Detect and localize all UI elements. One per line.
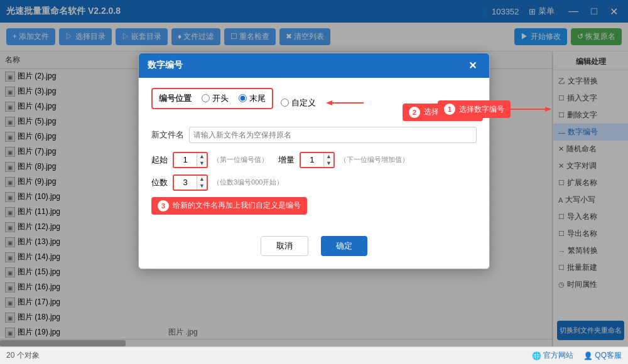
new-filename-row: 新文件名 bbox=[151, 127, 477, 143]
position-radio-group: 编号位置 开头 末尾 bbox=[151, 88, 273, 109]
radio-custom-label: 自定义 bbox=[291, 97, 316, 109]
new-filename-input[interactable] bbox=[189, 127, 477, 143]
start-arrows: ▲ ▼ bbox=[197, 153, 207, 167]
tooltip-1-text: 选择数字编号 bbox=[459, 104, 504, 115]
position-label: 编号位置 bbox=[159, 93, 192, 104]
digits-label: 位数 bbox=[151, 177, 168, 188]
confirm-button[interactable]: 确定 bbox=[321, 236, 367, 256]
number-code-dialog: 数字编号 ✕ 编号位置 开头 末尾 bbox=[138, 53, 490, 269]
radio-custom-input[interactable] bbox=[281, 99, 289, 107]
qq-icon: 👤 bbox=[583, 351, 593, 360]
status-count: 20 个对象 bbox=[6, 350, 40, 361]
custom-arrow-indicator bbox=[326, 99, 364, 107]
dialog-body: 编号位置 开头 末尾 自定义 bbox=[139, 78, 489, 230]
svg-marker-3 bbox=[326, 100, 332, 105]
radio-head-label: 开头 bbox=[212, 93, 229, 104]
number-inputs-row: 起始 ▲ ▼ （第一位编号值） 增量 ▲ ▼ （下一 bbox=[151, 152, 477, 168]
dialog-footer: 取消 确定 bbox=[139, 230, 489, 269]
website-label: 官方网站 bbox=[543, 350, 573, 361]
website-link[interactable]: 🌐 官方网站 bbox=[532, 350, 573, 361]
tooltip-1-arrow bbox=[511, 105, 551, 114]
start-down-arrow[interactable]: ▼ bbox=[197, 160, 207, 167]
tooltip-2-num: 2 bbox=[409, 107, 420, 118]
increment-label: 增量 bbox=[278, 154, 295, 166]
start-hint: （第一位编号值） bbox=[213, 155, 268, 164]
qq-label: QQ客服 bbox=[595, 350, 622, 361]
dialog-close-button[interactable]: ✕ bbox=[465, 58, 480, 73]
tooltip-1: 1 选择数字编号 bbox=[438, 100, 551, 118]
status-bar-right: 🌐 官方网站 👤 QQ客服 bbox=[532, 350, 622, 361]
radio-tail-label: 末尾 bbox=[249, 93, 266, 104]
tooltip-3-bubble: 3 给新的文件名再加上我们自定义是编号 bbox=[151, 197, 307, 215]
digits-up-arrow[interactable]: ▲ bbox=[197, 176, 207, 183]
start-input[interactable] bbox=[174, 153, 197, 167]
increment-hint: （下一位编号增加值） bbox=[340, 155, 409, 164]
increment-arrows: ▲ ▼ bbox=[323, 153, 333, 167]
digits-arrows: ▲ ▼ bbox=[197, 176, 207, 190]
digits-input[interactable] bbox=[174, 176, 197, 190]
radio-head[interactable]: 开头 bbox=[202, 93, 229, 104]
start-field: ▲ ▼ bbox=[173, 152, 208, 168]
radio-head-input[interactable] bbox=[202, 94, 210, 102]
increment-input[interactable] bbox=[301, 153, 323, 167]
digits-hint: （位数3编号000开始） bbox=[213, 178, 283, 187]
increment-up-arrow[interactable]: ▲ bbox=[324, 153, 333, 160]
new-filename-label: 新文件名 bbox=[151, 129, 184, 141]
dialog-title: 数字编号 bbox=[148, 60, 183, 71]
digits-down-arrow[interactable]: ▼ bbox=[197, 183, 207, 190]
status-bar: 20 个对象 🌐 官方网站 👤 QQ客服 bbox=[0, 346, 628, 364]
tooltip-1-num: 1 bbox=[444, 104, 455, 115]
qq-link[interactable]: 👤 QQ客服 bbox=[583, 350, 622, 361]
tooltip-1-bubble: 1 选择数字编号 bbox=[438, 100, 511, 118]
digits-row: 位数 ▲ ▼ （位数3编号000开始） bbox=[151, 174, 477, 191]
website-icon: 🌐 bbox=[532, 351, 541, 360]
radio-tail-input[interactable] bbox=[239, 94, 247, 102]
cancel-button[interactable]: 取消 bbox=[261, 236, 308, 256]
radio-custom[interactable]: 自定义 bbox=[281, 97, 316, 109]
increment-field: ▲ ▼ bbox=[300, 152, 335, 168]
tooltip-3-text: 给新的文件名再加上我们自定义是编号 bbox=[173, 200, 301, 211]
increment-down-arrow[interactable]: ▼ bbox=[324, 160, 333, 167]
tooltip-3-container: 3 给新的文件名再加上我们自定义是编号 bbox=[151, 197, 477, 215]
start-label: 起始 bbox=[151, 154, 168, 166]
tooltip-3-num: 3 bbox=[158, 200, 169, 211]
radio-tail[interactable]: 末尾 bbox=[239, 93, 266, 104]
dialog-overlay: 数字编号 ✕ 编号位置 开头 末尾 bbox=[0, 0, 628, 346]
dialog-titlebar: 数字编号 ✕ bbox=[139, 53, 489, 78]
svg-marker-1 bbox=[545, 107, 551, 112]
digits-field: ▲ ▼ bbox=[173, 174, 208, 191]
start-up-arrow[interactable]: ▲ bbox=[197, 153, 207, 160]
